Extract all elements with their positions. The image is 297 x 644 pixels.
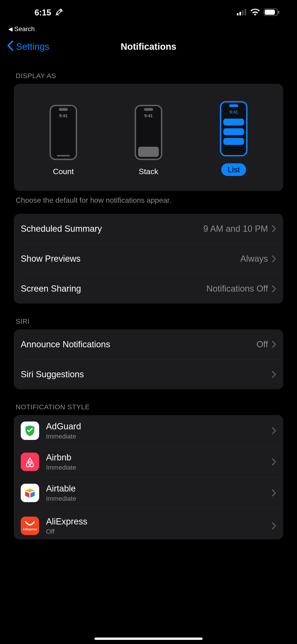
app-row-adguard[interactable]: AdGuard Immediate xyxy=(14,415,283,446)
display-option-label: Stack xyxy=(138,167,158,176)
chevron-right-icon xyxy=(272,458,276,466)
row-label: Screen Sharing xyxy=(21,284,81,294)
chevron-right-icon xyxy=(272,255,276,262)
phone-preview-time: 9:41 xyxy=(59,114,68,118)
tools-icon xyxy=(55,8,64,17)
row-value: Always xyxy=(240,254,268,264)
app-name: Airtable xyxy=(46,484,272,494)
display-as-footer: Choose the default for how notifications… xyxy=(14,191,283,204)
app-icon-airbnb xyxy=(21,452,39,471)
row-screen-sharing[interactable]: Screen Sharing Notifications Off xyxy=(21,274,283,304)
svg-rect-6 xyxy=(278,11,279,14)
app-icon-aliexpress: AliExpress xyxy=(21,517,39,535)
chevron-left-icon: ◀ xyxy=(8,26,12,32)
chevron-right-icon xyxy=(272,225,276,232)
svg-marker-8 xyxy=(25,488,35,492)
settings-group: Scheduled Summary 9 AM and 10 PM Show Pr… xyxy=(14,214,283,304)
display-option-count[interactable]: 9:41 Count xyxy=(50,105,77,176)
svg-rect-2 xyxy=(242,10,244,16)
svg-rect-1 xyxy=(240,12,241,16)
svg-rect-3 xyxy=(244,9,246,16)
chevron-right-icon xyxy=(272,427,276,434)
svg-marker-9 xyxy=(25,491,30,498)
chevron-right-icon xyxy=(272,489,276,496)
display-as-group: 9:41 Count 9:41 Stack 9:41 xyxy=(14,84,283,191)
phone-preview-time: 9:41 xyxy=(144,114,153,118)
style-group: AdGuard Immediate Airbnb Immediate xyxy=(14,415,283,540)
status-time: 6:15 xyxy=(34,8,51,18)
app-row-airbnb[interactable]: Airbnb Immediate xyxy=(14,446,283,477)
nav-back-button[interactable]: Settings xyxy=(7,40,50,53)
app-name: AliExpress xyxy=(46,517,272,526)
home-indicator[interactable] xyxy=(94,638,202,640)
row-value: 9 AM and 10 PM xyxy=(203,224,268,234)
nav-back-label: Settings xyxy=(16,42,50,52)
row-show-previews[interactable]: Show Previews Always xyxy=(21,244,283,274)
row-label: Siri Suggestions xyxy=(21,370,84,379)
app-icon-airtable xyxy=(21,484,39,502)
app-row-airtable[interactable]: Airtable Immediate xyxy=(14,477,283,508)
chevron-right-icon xyxy=(272,341,276,348)
battery-icon xyxy=(264,8,280,17)
app-name: AdGuard xyxy=(46,422,272,432)
siri-group: Announce Notifications Off Siri Suggesti… xyxy=(14,329,283,389)
chevron-right-icon xyxy=(272,285,276,292)
cellular-icon xyxy=(237,9,246,16)
row-siri-suggestions[interactable]: Siri Suggestions xyxy=(21,359,283,389)
svg-marker-10 xyxy=(30,491,35,498)
row-announce-notifications[interactable]: Announce Notifications Off xyxy=(14,329,283,359)
app-icon-adguard xyxy=(21,422,39,440)
row-value: Off xyxy=(256,340,268,350)
breadcrumb-back[interactable]: ◀ Search xyxy=(0,25,297,35)
display-option-label: List xyxy=(221,163,246,176)
display-as-header: DISPLAY AS xyxy=(14,58,283,84)
app-sub: Immediate xyxy=(46,464,272,471)
breadcrumb-label: Search xyxy=(14,25,35,33)
nav-bar: Settings Notifications xyxy=(0,35,297,58)
svg-point-7 xyxy=(28,462,31,464)
wifi-icon xyxy=(250,9,260,16)
row-scheduled-summary[interactable]: Scheduled Summary 9 AM and 10 PM xyxy=(14,214,283,244)
svg-rect-5 xyxy=(265,10,275,15)
chevron-left-icon xyxy=(7,40,14,53)
app-sub: Immediate xyxy=(46,433,272,440)
chevron-right-icon xyxy=(272,522,276,530)
svg-rect-0 xyxy=(237,13,238,16)
row-label: Announce Notifications xyxy=(21,340,110,350)
row-value: Notifications Off xyxy=(206,284,268,294)
app-row-aliexpress[interactable]: AliExpress AliExpress Off xyxy=(14,508,283,540)
display-option-list[interactable]: 9:41 List xyxy=(220,101,248,176)
chevron-right-icon xyxy=(272,371,276,378)
row-label: Show Previews xyxy=(21,254,80,264)
app-name: Airbnb xyxy=(46,452,272,462)
row-label: Scheduled Summary xyxy=(21,224,102,234)
display-option-label: Count xyxy=(53,167,74,176)
display-option-stack[interactable]: 9:41 Stack xyxy=(135,105,162,176)
app-sub: Off xyxy=(46,528,272,535)
app-sub: Immediate xyxy=(46,495,272,502)
phone-preview-time: 9:41 xyxy=(230,110,238,115)
style-header: NOTIFICATION STYLE xyxy=(14,389,283,415)
status-bar: 6:15 xyxy=(0,0,297,25)
siri-header: SIRI xyxy=(14,304,283,329)
